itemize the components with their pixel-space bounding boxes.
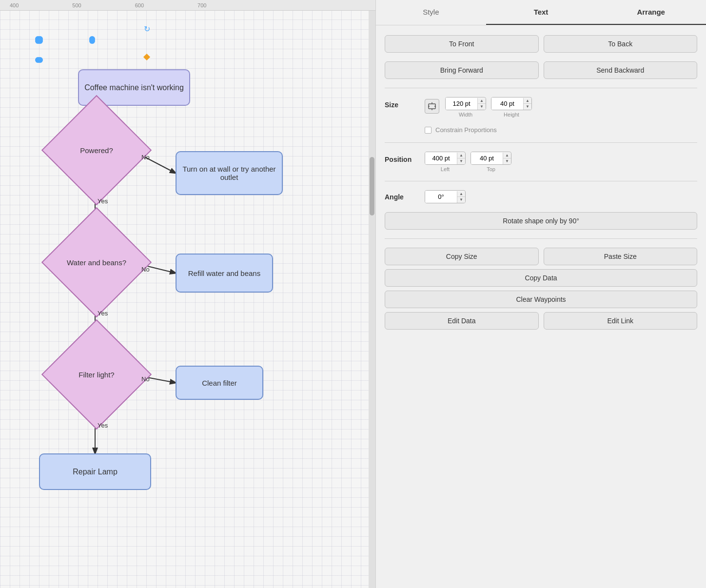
left-group: ▲ ▼ Left	[425, 152, 466, 172]
left-spin-down[interactable]: ▼	[457, 158, 465, 164]
no1-label: No	[141, 154, 150, 161]
position-label: Position	[385, 152, 419, 163]
handle-bm[interactable]	[89, 38, 95, 44]
forward-backward-row: Bring Forward Send Backward	[385, 61, 697, 79]
height-group: ▲ ▼ Height	[491, 97, 532, 118]
height-spin-up[interactable]: ▲	[524, 98, 531, 104]
left-spinners: ▲ ▼	[457, 153, 465, 164]
copy-paste-size-row: Copy Size Paste Size	[385, 248, 697, 265]
tab-text[interactable]: Text	[486, 0, 596, 25]
end-box-label: Repair Lamp	[73, 468, 118, 476]
angle-input[interactable]	[425, 191, 457, 203]
scrollbar-right[interactable]	[369, 11, 375, 588]
diamond2-label: Water and beans?	[58, 223, 136, 301]
left-label: Left	[441, 166, 450, 172]
width-spin-up[interactable]: ▲	[478, 98, 486, 104]
diamond2-container[interactable]: Water and beans?	[58, 223, 136, 301]
panel-content: To Front To Back Bring Forward Send Back…	[376, 25, 706, 339]
angle-input-wrapper[interactable]: ▲ ▼	[425, 190, 466, 203]
angle-group: ▲ ▼	[425, 190, 466, 203]
scrollbar-thumb[interactable]	[370, 157, 374, 216]
size-fields: ▲ ▼ Width ▲ ▼ Height	[445, 97, 532, 118]
width-label: Width	[459, 112, 472, 118]
edit-link-button[interactable]: Edit Link	[544, 312, 698, 330]
left-input-wrapper[interactable]: ▲ ▼	[425, 152, 466, 165]
angle-label: Angle	[385, 193, 419, 201]
bring-forward-button[interactable]: Bring Forward	[385, 61, 539, 79]
height-label: Height	[504, 112, 519, 118]
top-input-wrapper[interactable]: ▲ ▼	[471, 152, 511, 165]
edit-data-button[interactable]: Edit Data	[385, 312, 539, 330]
height-input-wrapper[interactable]: ▲ ▼	[491, 97, 532, 110]
height-spinners: ▲ ▼	[523, 98, 531, 110]
action3-label: Clean filter	[202, 379, 237, 387]
size-row: Size ▲ ▼	[385, 97, 697, 118]
left-input[interactable]	[425, 152, 457, 164]
handle-mr[interactable]	[37, 57, 43, 63]
svg-rect-7	[429, 104, 435, 109]
edit-row: Edit Data Edit Link	[385, 312, 697, 330]
clear-waypoints-button[interactable]: Clear Waypoints	[385, 291, 697, 308]
diamond1-label: Powered?	[58, 111, 136, 189]
angle-spin-down[interactable]: ▼	[457, 197, 465, 203]
width-spinners: ▲ ▼	[477, 98, 486, 110]
height-spin-down[interactable]: ▼	[524, 104, 531, 110]
copy-size-button[interactable]: Copy Size	[385, 248, 539, 265]
action1-box[interactable]: Turn on at wall or try another outlet	[176, 151, 283, 195]
send-backward-button[interactable]: Send Backward	[544, 61, 698, 79]
constrain-checkbox[interactable]	[425, 127, 431, 134]
width-spin-down[interactable]: ▼	[478, 104, 486, 110]
top-group: ▲ ▼ Top	[471, 152, 511, 172]
end-box[interactable]: Repair Lamp	[39, 453, 151, 490]
handle-br[interactable]	[37, 38, 43, 44]
divider2	[385, 142, 697, 143]
rotate-shape-button[interactable]: Rotate shape only by 90°	[385, 212, 697, 230]
width-input[interactable]	[446, 98, 477, 110]
angle-spinners: ▲ ▼	[457, 191, 465, 203]
orange-handle[interactable]	[143, 54, 150, 60]
angle-row: Angle ▲ ▼	[385, 190, 697, 203]
yes1-label: Yes	[98, 197, 108, 205]
tabs-bar: Style Text Arrange	[376, 0, 706, 25]
rotate-handle[interactable]: ↻	[144, 24, 150, 34]
yes3-label: Yes	[98, 422, 108, 429]
size-icon	[425, 99, 439, 114]
size-label: Size	[385, 97, 419, 109]
width-input-wrapper[interactable]: ▲ ▼	[445, 97, 486, 110]
divider4	[385, 238, 697, 239]
to-front-button[interactable]: To Front	[385, 35, 539, 53]
tab-arrange[interactable]: Arrange	[596, 0, 706, 25]
constrain-row: Constrain Proportions	[425, 126, 697, 134]
height-input[interactable]	[491, 98, 523, 110]
diamond3-container[interactable]: Filter light?	[58, 335, 136, 413]
constrain-label: Constrain Proportions	[435, 126, 497, 134]
action2-box[interactable]: Refill water and beans	[176, 254, 273, 293]
tab-style[interactable]: Style	[376, 0, 486, 25]
bottom-buttons: Copy Size Paste Size Copy Data Clear Way…	[385, 248, 697, 330]
top-spinners: ▲ ▼	[503, 153, 511, 164]
front-back-row: To Front To Back	[385, 35, 697, 53]
yes2-label: Yes	[98, 310, 108, 317]
no2-label: No	[141, 266, 150, 273]
diamond1-container[interactable]: Powered?	[58, 111, 136, 189]
action2-label: Refill water and beans	[188, 269, 260, 277]
top-input[interactable]	[471, 152, 503, 164]
divider1	[385, 88, 697, 88]
paste-size-button[interactable]: Paste Size	[544, 248, 698, 265]
width-group: ▲ ▼ Width	[445, 97, 486, 118]
ruler-top: 400 500 600 700	[0, 0, 375, 11]
canvas[interactable]: 400 500 600 700	[0, 0, 375, 588]
start-box-label: Coffee machine isn't working	[84, 83, 184, 92]
top-spin-down[interactable]: ▼	[503, 158, 511, 164]
action3-box[interactable]: Clean filter	[176, 366, 263, 400]
right-panel: Style Text Arrange To Front To Back Brin…	[375, 0, 706, 588]
left-spin-up[interactable]: ▲	[457, 153, 465, 158]
position-fields: ▲ ▼ Left ▲ ▼ Top	[425, 152, 511, 172]
action1-label: Turn on at wall or try another outlet	[176, 165, 282, 181]
top-spin-up[interactable]: ▲	[503, 153, 511, 158]
position-row: Position ▲ ▼ Left	[385, 152, 697, 172]
copy-data-button[interactable]: Copy Data	[385, 269, 697, 287]
no3-label: No	[141, 375, 150, 383]
angle-spin-up[interactable]: ▲	[457, 191, 465, 197]
to-back-button[interactable]: To Back	[544, 35, 698, 53]
